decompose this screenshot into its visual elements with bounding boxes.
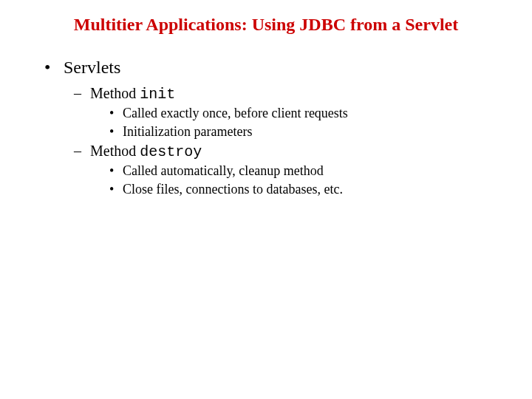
level3-text: Called exactly once, before client reque… — [123, 106, 348, 120]
bullet-dot-icon: • — [109, 163, 123, 179]
bullet-level2-method-destroy: –Method destroy — [74, 143, 510, 160]
level3-text: Close files, connections to databases, e… — [123, 182, 343, 197]
level3-text: Called automatically, cleanup method — [123, 163, 324, 178]
dash-icon: – — [74, 85, 90, 102]
bullet-level3-init-1: •Called exactly once, before client requ… — [109, 106, 510, 121]
bullet-level3-destroy-2: •Close files, connections to databases, … — [109, 182, 510, 197]
level1-text: Servlets — [64, 58, 120, 77]
bullet-dot-icon: • — [109, 182, 123, 197]
bullet-dot-icon: • — [109, 106, 123, 121]
dash-icon: – — [74, 143, 90, 160]
bullet-level3-init-2: •Initialization parameters — [109, 124, 510, 140]
bullet-level2-method-init: –Method init — [74, 85, 510, 103]
bullet-dot-icon: • — [44, 58, 64, 78]
bullet-level1-servlets: •Servlets — [44, 58, 510, 78]
level3-text: Initialization parameters — [123, 124, 252, 139]
code-destroy: destroy — [140, 143, 202, 160]
bullet-level3-destroy-1: •Called automatically, cleanup method — [109, 163, 510, 179]
code-init: init — [140, 86, 175, 103]
level2-prefix: Method — [90, 85, 140, 101]
bullet-dot-icon: • — [109, 124, 123, 140]
slide-title: Multitier Applications: Using JDBC from … — [44, 13, 488, 35]
level2-prefix: Method — [90, 143, 140, 159]
